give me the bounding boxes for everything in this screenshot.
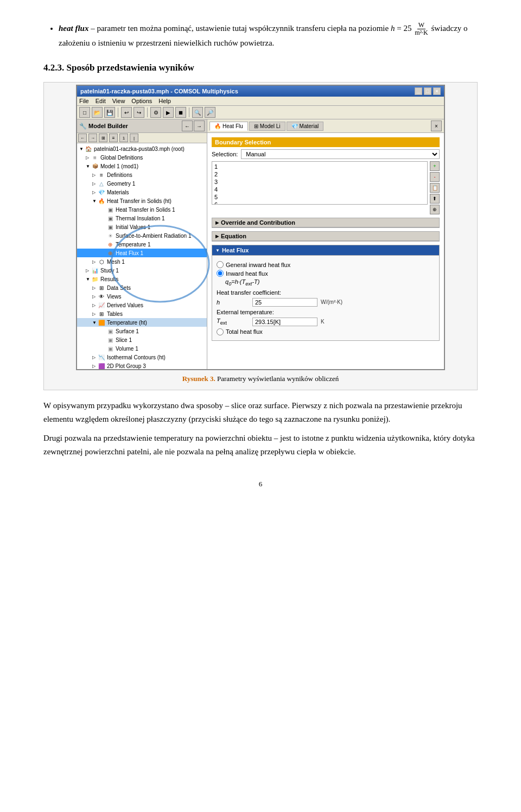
tb-stop[interactable]: ⏹: [175, 107, 186, 118]
label-iso: Isothermal Contours (ht): [107, 354, 166, 360]
h-param-label: h: [217, 299, 249, 306]
page-number-value: 6: [259, 480, 263, 488]
tb-save[interactable]: 💾: [104, 107, 115, 118]
tree-results[interactable]: ▼ 📁 Results: [77, 275, 207, 283]
right-pane: 🔥 Heat Flu ⊞ Model Li 💎 Material ×: [207, 119, 444, 369]
hf-settings-arrow: ▼: [215, 248, 220, 253]
tree-model1[interactable]: ▼ 📦 Model 1 (mod1): [77, 162, 207, 170]
h-value-row: h W/(m²·K): [217, 298, 435, 307]
tree-geometry1[interactable]: ▷ △ Geometry 1: [77, 179, 207, 188]
h-value-input[interactable]: [252, 298, 317, 307]
tree-mesh1[interactable]: ▷ ⬡ Mesh 1: [77, 257, 207, 266]
override-section-title[interactable]: ▶ Override and Contribution: [212, 218, 439, 227]
boundary-move-up-btn[interactable]: ⬆: [430, 194, 440, 204]
tree-global-defs[interactable]: ▷ ≡ Global Definitions: [77, 153, 207, 162]
tree-tables[interactable]: ▷ ⊞ Tables: [77, 309, 207, 318]
tree-tb-5[interactable]: 1: [119, 134, 128, 142]
tb-build[interactable]: ⚙: [150, 107, 161, 118]
equation-section-title[interactable]: ▶ Equation: [212, 232, 439, 241]
icon-mat: 💎: [98, 188, 105, 196]
boundary-1[interactable]: 1: [214, 163, 425, 170]
tree-definitions[interactable]: ▷ ≡ Definitions: [77, 170, 207, 179]
tree-tb-6[interactable]: |: [130, 134, 138, 142]
tree-tb-1[interactable]: ←: [78, 134, 87, 142]
boundary-3[interactable]: 3: [214, 178, 425, 186]
tree-materials[interactable]: ▷ 💎 Materials: [77, 188, 207, 196]
tree-slice1[interactable]: ▣ Slice 1: [77, 335, 207, 344]
tb-open[interactable]: 📂: [92, 107, 103, 118]
tree-derived[interactable]: ▷ 📈 Derived Values: [77, 301, 207, 309]
maximize-button[interactable]: □: [424, 87, 431, 95]
tree-iso-ht[interactable]: ▷ 📉 Isothermal Contours (ht): [77, 353, 207, 361]
equation-section: ▶ Equation: [212, 231, 440, 242]
tree-ht1[interactable]: ▣ Heat Transfer in Solids 1: [77, 205, 207, 214]
tree-root[interactable]: ▼ 🏠 patelnia01-raczka-pusta03.mph (root): [77, 144, 207, 153]
pane-header-icons[interactable]: ← →: [182, 120, 205, 131]
tab-close-btn[interactable]: ×: [431, 120, 442, 131]
radio-total[interactable]: [217, 328, 224, 335]
tb-new[interactable]: □: [79, 107, 90, 118]
tb-undo[interactable]: ↩: [121, 107, 132, 118]
menu-view[interactable]: View: [112, 98, 125, 104]
tree-temp-ht[interactable]: ▼ 🟧 Temperature (ht): [77, 318, 207, 327]
boundary-2[interactable]: 2: [214, 170, 425, 178]
selection-label: Selection:: [212, 151, 238, 157]
menu-options[interactable]: Options: [131, 98, 152, 104]
radio-general[interactable]: [217, 261, 224, 268]
menu-help[interactable]: Help: [158, 98, 171, 104]
tree-heatflux1[interactable]: ⊕ Heat Flux 1: [77, 249, 207, 257]
arrow-mesh: ▷: [92, 259, 97, 264]
tab-heat-flux[interactable]: 🔥 Heat Flu: [209, 122, 248, 131]
minimize-button[interactable]: _: [415, 87, 422, 95]
icon-global: ≡: [91, 154, 99, 161]
icon-sr: ☀: [106, 232, 114, 239]
tree-init-val[interactable]: ▣ Initial Values 1: [77, 223, 207, 231]
override-section: ▶ Override and Contribution: [212, 218, 440, 228]
label-global: Global Definitions: [100, 155, 143, 161]
pane-btn-1[interactable]: ←: [182, 120, 193, 131]
tree-tb-3[interactable]: ⊞: [99, 134, 107, 142]
boundary-remove-btn[interactable]: -: [430, 172, 440, 182]
right-content: Boundary Selection Selection: Manual: [207, 133, 444, 369]
tree-tb-4[interactable]: ≡: [109, 134, 118, 142]
tree-temp1[interactable]: ⊕ Temperature 1: [77, 240, 207, 249]
tb-sep1: [118, 107, 118, 117]
selection-row: Selection: Manual: [212, 149, 440, 159]
tab-model-lib[interactable]: ⊞ Model Li: [249, 122, 285, 131]
tree-datasets[interactable]: ▷ ⊞ Data Sets: [77, 283, 207, 292]
tree-tb-2[interactable]: →: [88, 134, 97, 142]
tb-zoom-in[interactable]: 🔍: [192, 107, 203, 118]
p2-text: Drugi pozwala na przedstawienie temperat…: [43, 434, 475, 456]
tree-thermal-ins[interactable]: ▣ Thermal Insulation 1: [77, 214, 207, 223]
t-ext-input[interactable]: [252, 318, 317, 326]
tb-redo[interactable]: ↪: [134, 107, 144, 118]
close-button[interactable]: ×: [433, 87, 441, 95]
tb-zoom-out[interactable]: 🔎: [205, 107, 215, 118]
icon-geo: △: [98, 180, 105, 187]
tree-surface1[interactable]: ▣ Surface 1: [77, 327, 207, 335]
selection-dropdown[interactable]: Manual: [241, 149, 440, 159]
tree-surface-rad[interactable]: ☀ Surface-to-Ambient Radiation 1: [77, 231, 207, 240]
boundary-list[interactable]: 1 2 3 4 5 6 7 8: [212, 161, 428, 205]
icon-slice1: ▣: [106, 336, 114, 344]
boundary-6[interactable]: 6: [214, 201, 425, 205]
menu-edit[interactable]: Edit: [96, 98, 106, 104]
boundary-target-btn[interactable]: ⊕: [430, 205, 440, 214]
pane-btn-2[interactable]: →: [194, 120, 205, 131]
tree-2dplot3[interactable]: ▷ 🟪 2D Plot Group 3: [77, 361, 207, 369]
tree-volume1[interactable]: ▣ Volume 1: [77, 344, 207, 353]
comsol-wrapper: patelnia01-raczka-pusta03.mph - COMSOL M…: [76, 85, 445, 370]
tree-study1[interactable]: ▷ 📊 Study 1: [77, 266, 207, 275]
menu-file[interactable]: File: [79, 98, 89, 104]
boundary-4[interactable]: 4: [214, 186, 425, 193]
heat-flux-settings-title[interactable]: ▼ Heat Flux: [212, 245, 439, 256]
titlebar-controls[interactable]: _ □ ×: [415, 87, 441, 95]
radio-inward[interactable]: [217, 270, 224, 277]
tree-ht[interactable]: ▼ 🔥 Heat Transfer in Solids (ht): [77, 196, 207, 205]
tree-views[interactable]: ▷ 👁 Views: [77, 292, 207, 301]
tab-material[interactable]: 💎 Material: [287, 122, 324, 131]
boundary-add-btn[interactable]: +: [430, 161, 440, 171]
boundary-5[interactable]: 5: [214, 193, 425, 201]
tb-run[interactable]: ▶: [163, 107, 174, 118]
boundary-paste-btn[interactable]: 📋: [430, 183, 440, 193]
